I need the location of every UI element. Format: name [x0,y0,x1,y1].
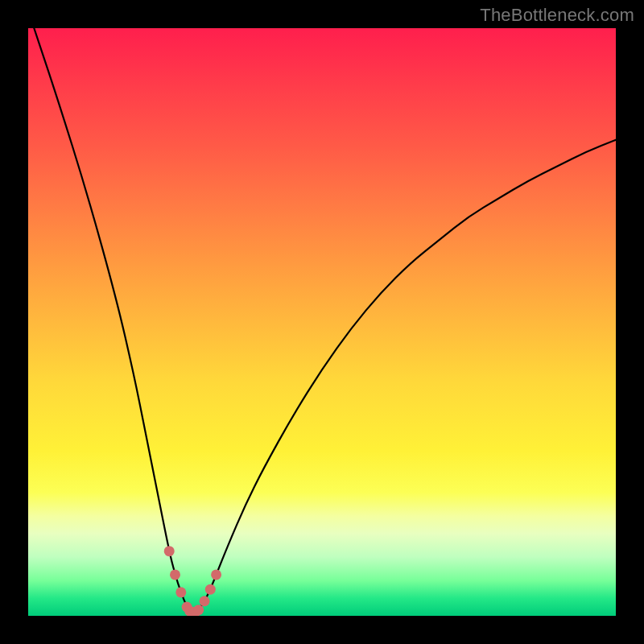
plot-area [28,28,616,616]
outer-frame: TheBottleneck.com [0,0,644,644]
bottleneck-curve-path [34,28,616,612]
minimum-marker-dot [175,587,186,597]
minimum-marker-dot [164,546,175,556]
minimum-marker-dot [200,596,210,606]
curve-svg [28,28,616,616]
minimum-marker-dot [211,569,221,580]
minimum-marker-dot [193,605,204,615]
minimum-marker-dot [170,569,180,580]
watermark-text: TheBottleneck.com [480,5,634,26]
minimum-marker-dot [205,584,216,595]
